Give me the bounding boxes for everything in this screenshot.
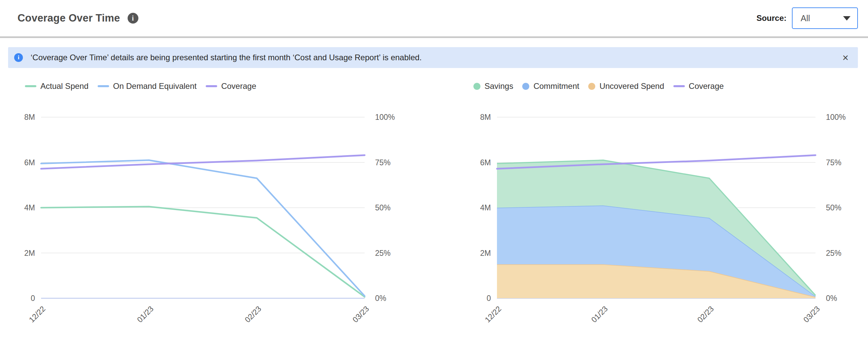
legend-item-commitment[interactable]: Commitment: [522, 82, 579, 91]
coverage-area-chart: SavingsCommitmentUncovered SpendCoverage…: [473, 82, 845, 298]
legend-label: Uncovered Spend: [599, 82, 664, 91]
info-icon[interactable]: i: [128, 13, 138, 24]
y-axis-tick: 25%: [375, 248, 391, 257]
y-axis-right: 100%75%50%25%0%: [365, 117, 394, 298]
source-label: Source:: [756, 13, 786, 23]
page-title: Coverage Over Time: [18, 12, 120, 24]
source-dropdown[interactable]: All: [792, 7, 858, 29]
commitment-legend-marker-icon: [522, 83, 529, 90]
banner-text: ‘Coverage Over Time’ details are being p…: [31, 53, 422, 62]
source-filter: Source: All: [756, 7, 858, 29]
y-axis-left: 8M6M4M2M0: [473, 117, 497, 298]
y-axis-tick: 2M: [24, 248, 35, 257]
legend-item-coverage[interactable]: Coverage: [673, 82, 724, 91]
area-chart-plot[interactable]: 12/2201/2302/2303/23: [497, 117, 815, 298]
legend-label: Commitment: [533, 82, 579, 91]
x-axis-tick: 02/23: [695, 304, 716, 324]
charts-row: Actual SpendOn Demand EquivalentCoverage…: [0, 82, 868, 298]
source-dropdown-value: All: [801, 13, 810, 23]
info-banner: i ‘Coverage Over Time’ details are being…: [8, 47, 858, 68]
y-axis-tick: 0%: [375, 294, 386, 303]
legend-label: Coverage: [689, 82, 724, 91]
y-axis-tick: 100%: [826, 113, 846, 122]
on-demand-equivalent-legend-marker-icon: [98, 85, 109, 87]
y-axis-tick: 75%: [375, 158, 391, 167]
y-axis-tick: 2M: [480, 248, 491, 257]
y-axis-tick: 6M: [480, 158, 491, 167]
y-axis-right: 100%75%50%25%0%: [815, 117, 845, 298]
area-chart-legend: SavingsCommitmentUncovered SpendCoverage: [473, 82, 845, 91]
line-chart-body: 8M6M4M2M0 12/2201/2302/2303/23 100%75%50…: [18, 117, 394, 298]
x-axis-tick: 02/23: [243, 304, 263, 324]
y-axis-tick: 75%: [826, 158, 841, 167]
y-axis-tick: 0%: [826, 294, 837, 303]
legend-item-on-demand-equivalent[interactable]: On Demand Equivalent: [98, 82, 197, 91]
savings-legend-marker-icon: [473, 83, 480, 90]
x-axis-tick: 01/23: [590, 304, 610, 324]
actual-spend-legend-marker-icon: [25, 85, 36, 87]
x-axis-tick: 12/22: [483, 304, 503, 324]
x-axis-tick: 03/23: [802, 304, 822, 324]
banner-close-icon[interactable]: ×: [840, 53, 850, 63]
line-chart-canvas[interactable]: [41, 117, 365, 298]
x-axis-labels: 12/2201/2302/2303/23: [497, 298, 815, 329]
x-axis-labels: 12/2201/2302/2303/23: [41, 298, 365, 329]
uncovered-spend-legend-marker-icon: [588, 83, 595, 90]
legend-label: Actual Spend: [40, 82, 89, 91]
y-axis-tick: 25%: [826, 248, 841, 257]
x-axis-tick: 03/23: [351, 304, 371, 324]
y-axis-tick: 4M: [480, 203, 491, 212]
series-line-actual-spend: [41, 207, 365, 297]
y-axis-tick: 6M: [24, 158, 35, 167]
legend-item-uncovered-spend[interactable]: Uncovered Spend: [588, 82, 664, 91]
y-axis-tick: 8M: [24, 113, 35, 122]
y-axis-tick: 100%: [375, 113, 395, 122]
chevron-down-icon: [843, 16, 850, 21]
y-axis-tick: 50%: [375, 203, 391, 212]
y-axis-tick: 50%: [826, 203, 841, 212]
legend-label: Savings: [485, 82, 513, 91]
coverage-legend-marker-icon: [673, 85, 685, 87]
area-chart-canvas[interactable]: [497, 117, 815, 298]
widget-header: Coverage Over Time i Source: All: [0, 0, 868, 36]
banner-info-icon: i: [14, 53, 23, 62]
legend-item-coverage[interactable]: Coverage: [206, 82, 256, 91]
y-axis-tick: 0: [31, 294, 35, 303]
legend-label: Coverage: [221, 82, 256, 91]
legend-item-actual-spend[interactable]: Actual Spend: [25, 82, 89, 91]
y-axis-tick: 4M: [24, 203, 35, 212]
legend-label: On Demand Equivalent: [113, 82, 197, 91]
legend-item-savings[interactable]: Savings: [473, 82, 513, 91]
x-axis-tick: 01/23: [135, 304, 156, 324]
y-axis-left: 8M6M4M2M0: [18, 117, 41, 298]
area-chart-body: 8M6M4M2M0 12/2201/2302/2303/23 100%75%50…: [473, 117, 845, 298]
line-chart-legend: Actual SpendOn Demand EquivalentCoverage: [25, 82, 394, 91]
series-line-on-demand-equivalent: [41, 160, 365, 296]
coverage-line-chart: Actual SpendOn Demand EquivalentCoverage…: [18, 82, 394, 298]
y-axis-tick: 0: [487, 294, 491, 303]
y-axis-tick: 8M: [480, 113, 491, 122]
coverage-legend-marker-icon: [206, 85, 217, 87]
line-chart-plot[interactable]: 12/2201/2302/2303/23: [41, 117, 365, 298]
x-axis-tick: 12/22: [27, 304, 48, 324]
header-divider: [0, 36, 868, 38]
